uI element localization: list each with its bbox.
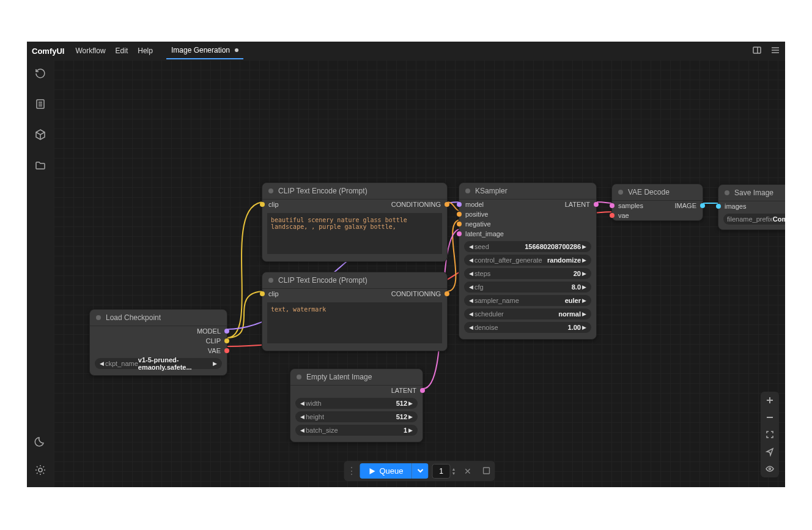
widget-ckpt-name[interactable]: ◀ckpt_namev1-5-pruned-emaonly.safete...▶ bbox=[95, 358, 222, 369]
widget-steps[interactable]: ◀steps20▶ bbox=[464, 268, 591, 279]
widget-cfg[interactable]: ◀cfg8.0▶ bbox=[464, 282, 591, 293]
prompt-textarea[interactable] bbox=[267, 213, 442, 254]
node-title[interactable]: CLIP Text Encode (Prompt) bbox=[262, 272, 447, 289]
svg-point-9 bbox=[39, 468, 42, 472]
node-title[interactable]: KSampler bbox=[459, 183, 596, 200]
output-latent[interactable]: LATENT bbox=[290, 386, 423, 395]
widget-height[interactable]: ◀height512▶ bbox=[295, 411, 418, 422]
queue-dropdown-button[interactable] bbox=[412, 463, 429, 479]
input-clip[interactable]: clip bbox=[262, 200, 355, 209]
node-canvas[interactable]: Load Checkpoint MODEL CLIP VAE ◀ckpt_nam… bbox=[54, 60, 785, 487]
queue-button[interactable]: Queue bbox=[360, 463, 412, 479]
node-title[interactable]: Empty Latent Image bbox=[290, 369, 423, 386]
widget-scheduler[interactable]: ◀schedulernormal▶ bbox=[464, 308, 591, 319]
input-vae[interactable]: vae bbox=[612, 211, 703, 220]
node-load-checkpoint[interactable]: Load Checkpoint MODEL CLIP VAE ◀ckpt_nam… bbox=[89, 309, 227, 376]
node-clip-positive[interactable]: CLIP Text Encode (Prompt) clip CONDITION… bbox=[262, 182, 448, 262]
prompt-textarea[interactable] bbox=[267, 302, 442, 343]
node-title[interactable]: Save Image bbox=[718, 185, 785, 201]
gear-icon[interactable] bbox=[34, 464, 46, 479]
output-conditioning[interactable]: CONDITIONING bbox=[355, 289, 447, 299]
widget-width[interactable]: ◀width512▶ bbox=[295, 398, 418, 409]
play-icon bbox=[369, 468, 376, 475]
cube-icon[interactable] bbox=[34, 129, 46, 143]
output-conditioning[interactable]: CONDITIONING bbox=[355, 200, 447, 209]
menu-workflow[interactable]: Workflow bbox=[75, 47, 105, 55]
input-images[interactable]: images bbox=[718, 201, 785, 211]
node-title[interactable]: VAE Decode bbox=[612, 184, 703, 201]
node-empty-latent[interactable]: Empty Latent Image LATENT ◀width512▶ ◀he… bbox=[290, 368, 423, 442]
moon-icon[interactable] bbox=[34, 436, 46, 450]
zoom-in-button[interactable] bbox=[761, 392, 779, 409]
widget-sampler-name[interactable]: ◀sampler_nameeuler▶ bbox=[464, 295, 591, 306]
node-clip-negative[interactable]: CLIP Text Encode (Prompt) clip CONDITION… bbox=[262, 272, 448, 351]
zoom-out-button[interactable] bbox=[761, 409, 779, 426]
widget-seed[interactable]: ◀seed156680208700286▶ bbox=[464, 241, 591, 252]
svg-point-15 bbox=[769, 468, 771, 470]
menu-edit[interactable]: Edit bbox=[116, 47, 128, 55]
output-image[interactable]: IMAGE bbox=[669, 201, 703, 211]
input-clip[interactable]: clip bbox=[262, 289, 355, 299]
cancel-icon[interactable]: ✕ bbox=[462, 464, 474, 479]
menu-help[interactable]: Help bbox=[138, 47, 153, 55]
menubar: ComfyUI Workflow Edit Help Image Generat… bbox=[27, 42, 785, 60]
sidebar bbox=[27, 60, 54, 487]
widget-batch-size[interactable]: ◀batch_size1▶ bbox=[295, 425, 418, 436]
node-save-image[interactable]: Save Image images filename_prefixComfyUI bbox=[718, 184, 785, 230]
widget-control-after-generate[interactable]: ◀control_after_generaterandomize▶ bbox=[464, 255, 591, 266]
panel-toggle-icon[interactable] bbox=[752, 45, 762, 57]
view-controls bbox=[761, 392, 779, 477]
widget-filename-prefix[interactable]: filename_prefixComfyUI bbox=[723, 214, 785, 225]
output-model[interactable]: MODEL bbox=[90, 326, 227, 336]
input-positive[interactable]: positive bbox=[459, 209, 596, 219]
batch-count-input[interactable]: 1 bbox=[432, 464, 451, 479]
output-vae[interactable]: VAE bbox=[90, 346, 227, 356]
dirty-indicator-icon bbox=[235, 48, 238, 52]
output-clip[interactable]: CLIP bbox=[90, 336, 227, 346]
widget-denoise[interactable]: ◀denoise1.00▶ bbox=[464, 322, 591, 333]
count-up-icon[interactable]: ▲ bbox=[452, 467, 456, 471]
queue-bar: ⋮ Queue 1 ▲▼ ✕ bbox=[344, 461, 495, 481]
queue-icon[interactable] bbox=[34, 98, 46, 113]
chevron-right-icon: ▶ bbox=[212, 360, 218, 367]
history-icon[interactable] bbox=[34, 67, 46, 82]
input-latent-image[interactable]: latent_image bbox=[459, 229, 596, 239]
node-title[interactable]: Load Checkpoint bbox=[90, 310, 227, 326]
svg-marker-10 bbox=[370, 468, 375, 474]
eye-icon[interactable] bbox=[761, 460, 779, 477]
drag-handle-icon[interactable]: ⋮ bbox=[347, 465, 356, 477]
hamburger-icon[interactable] bbox=[770, 45, 780, 57]
tab-label: Image Generation bbox=[171, 46, 230, 54]
folder-icon[interactable] bbox=[34, 159, 46, 174]
chevron-down-icon bbox=[418, 468, 424, 474]
chevron-left-icon: ◀ bbox=[98, 360, 105, 367]
output-latent[interactable]: LATENT bbox=[559, 200, 596, 209]
count-down-icon[interactable]: ▼ bbox=[452, 471, 456, 476]
tab-image-generation[interactable]: Image Generation bbox=[166, 42, 243, 59]
svg-rect-0 bbox=[753, 47, 761, 53]
stop-icon[interactable] bbox=[480, 464, 492, 479]
fit-view-button[interactable] bbox=[761, 426, 779, 443]
node-ksampler[interactable]: KSampler model LATENT positive negative … bbox=[459, 182, 597, 340]
node-title[interactable]: CLIP Text Encode (Prompt) bbox=[262, 183, 447, 200]
svg-rect-11 bbox=[483, 468, 489, 474]
locate-button[interactable] bbox=[761, 443, 779, 460]
node-vae-decode[interactable]: VAE Decode samples IMAGE vae bbox=[611, 184, 703, 221]
input-negative[interactable]: negative bbox=[459, 219, 596, 229]
app-logo: ComfyUI bbox=[32, 47, 64, 56]
